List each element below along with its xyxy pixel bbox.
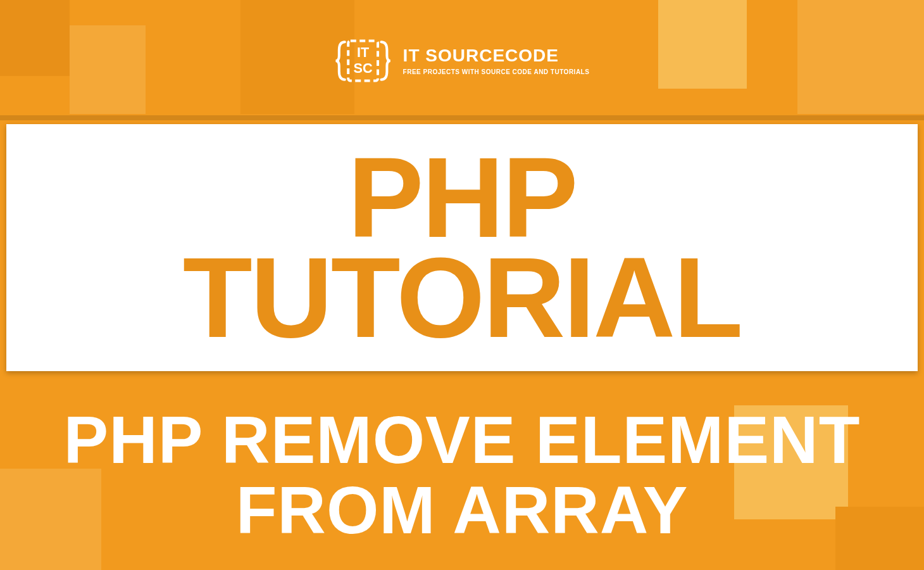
subtitle: PHP REMOVE ELEMENT FROM ARRAY [64,405,861,546]
decorative-square [70,25,146,114]
svg-text:SC: SC [354,60,373,76]
svg-text:IT: IT [357,44,369,60]
decorative-square [658,0,747,89]
brand-logo-icon: IT SC [335,35,392,87]
decorative-square [797,0,924,114]
subtitle-line-2: FROM ARRAY [64,475,861,545]
subtitle-section: PHP REMOVE ELEMENT FROM ARRAY [0,380,924,570]
decorative-square [0,0,70,76]
main-title: PHP TUTORIAL [183,148,742,348]
brand-text: IT SOURCECODE FREE PROJECTS WITH SOURCE … [403,47,590,75]
brand-tagline: FREE PROJECTS WITH SOURCE CODE AND TUTOR… [403,68,590,75]
brand-header: IT SC IT SOURCECODE FREE PROJECTS WITH S… [335,35,590,87]
brand-name: IT SOURCECODE [403,47,590,65]
main-title-line-1: PHP [183,148,742,248]
main-title-line-2: TUTORIAL [183,248,742,348]
main-title-panel: PHP TUTORIAL [6,124,918,371]
divider [0,115,924,120]
subtitle-line-1: PHP REMOVE ELEMENT [64,405,861,475]
tutorial-banner: IT SC IT SOURCECODE FREE PROJECTS WITH S… [0,0,924,570]
